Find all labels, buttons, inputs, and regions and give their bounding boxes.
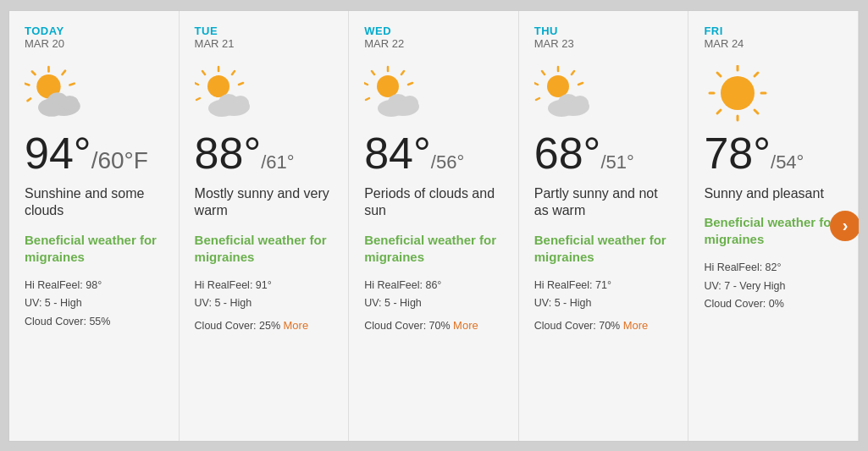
- condition-0: Sunshine and some clouds: [25, 185, 163, 221]
- svg-line-49: [755, 73, 758, 76]
- day-header-2: WED MAR 22: [364, 25, 503, 50]
- day-card-3: THU MAR 23 68°/51° Partly sunny and not …: [519, 11, 689, 441]
- svg-point-56: [721, 76, 755, 110]
- migraine-label-1: Beneficial weather for migraines: [195, 232, 334, 265]
- temp-high-3: 68°/51°: [534, 131, 634, 175]
- migraine-label-4: Beneficial weather for migraines: [704, 214, 843, 247]
- svg-line-41: [534, 83, 538, 85]
- temp-high-0: 94°/60°F: [25, 131, 148, 175]
- svg-line-25: [401, 71, 404, 74]
- temp-row-3: 68°/51°: [534, 131, 673, 177]
- svg-line-30: [366, 98, 369, 100]
- day-card-0: TODAY MAR 20 94°/60°F Sunshine and some …: [9, 11, 180, 441]
- weather-icon-4: [704, 65, 771, 124]
- svg-point-11: [61, 95, 79, 110]
- day-name-2: WED: [364, 25, 503, 37]
- day-header-1: TUE MAR 21: [195, 25, 334, 50]
- details-4: Hi RealFeel: 82° UV: 7 - Very High Cloud…: [704, 259, 843, 313]
- svg-line-2: [69, 83, 74, 85]
- day-date-3: MAR 23: [534, 37, 673, 50]
- weather-icon-2: [364, 65, 432, 124]
- migraine-label-2: Beneficial weather for migraines: [364, 232, 503, 265]
- day-name-3: THU: [534, 25, 673, 37]
- temp-high-1: 88°/61°: [195, 131, 295, 175]
- condition-4: Sunny and pleasant: [704, 185, 843, 203]
- day-header-3: THU MAR 23: [534, 25, 673, 50]
- details-0: Hi RealFeel: 98° UV: 5 - High Cloud Cove…: [25, 277, 163, 331]
- svg-point-31: [377, 75, 399, 97]
- svg-line-29: [364, 83, 368, 85]
- svg-point-43: [547, 75, 569, 97]
- weather-icon-3: [534, 65, 602, 124]
- svg-line-51: [755, 110, 758, 113]
- day-name-0: TODAY: [25, 25, 163, 37]
- day-header-4: FRI MAR 24: [704, 25, 843, 50]
- day-card-1: TUE MAR 21 88°/61° Mostly sunny and very…: [180, 11, 350, 441]
- svg-line-28: [372, 71, 374, 74]
- temp-high-2: 84°/56°: [364, 131, 464, 175]
- svg-line-40: [542, 71, 545, 74]
- day-date-1: MAR 21: [195, 37, 334, 50]
- svg-line-37: [572, 71, 574, 74]
- temp-row-0: 94°/60°F: [25, 131, 163, 177]
- weather-widget: TODAY MAR 20 94°/60°F Sunshine and some …: [8, 10, 860, 442]
- svg-line-38: [578, 83, 583, 85]
- svg-line-4: [32, 71, 36, 74]
- day-name-4: FRI: [704, 25, 843, 37]
- more-link-3[interactable]: More: [623, 316, 649, 335]
- svg-line-5: [25, 83, 29, 85]
- temp-row-4: 78°/54°: [704, 131, 843, 177]
- day-date-4: MAR 24: [704, 37, 843, 50]
- svg-line-18: [196, 98, 200, 100]
- condition-2: Periods of clouds and sun: [364, 185, 503, 221]
- day-card-2: WED MAR 22 84°/56° Periods of clouds and…: [349, 11, 519, 441]
- day-date-0: MAR 20: [25, 37, 163, 50]
- svg-point-47: [572, 96, 589, 111]
- details-2: Hi RealFeel: 86° UV: 5 - High Cloud Cove…: [364, 277, 503, 335]
- svg-line-17: [195, 83, 198, 85]
- day-name-1: TUE: [195, 25, 334, 37]
- next-button[interactable]: ›: [830, 211, 860, 241]
- condition-1: Mostly sunny and very warm: [195, 185, 334, 221]
- svg-line-14: [239, 83, 243, 85]
- temp-row-1: 88°/61°: [195, 131, 334, 177]
- svg-line-26: [408, 83, 412, 85]
- svg-line-13: [232, 71, 235, 74]
- details-3: Hi RealFeel: 71° UV: 5 - High Cloud Cove…: [534, 277, 673, 335]
- more-link-2[interactable]: More: [453, 316, 478, 335]
- svg-point-19: [207, 75, 229, 97]
- temp-high-4: 78°/54°: [704, 131, 804, 175]
- condition-3: Partly sunny and not as warm: [534, 185, 673, 221]
- migraine-label-0: Beneficial weather for migraines: [25, 232, 163, 265]
- svg-line-1: [62, 70, 65, 74]
- weather-icon-0: [25, 65, 92, 124]
- svg-line-53: [717, 110, 721, 113]
- svg-point-23: [232, 96, 249, 111]
- svg-line-55: [717, 73, 721, 76]
- svg-point-35: [401, 96, 418, 111]
- svg-line-42: [536, 98, 539, 100]
- svg-line-6: [28, 98, 31, 101]
- day-date-2: MAR 22: [364, 37, 503, 50]
- day-header-0: TODAY MAR 20: [25, 25, 163, 50]
- weather-icon-1: [195, 65, 263, 124]
- temp-row-2: 84°/56°: [364, 131, 503, 177]
- svg-line-16: [202, 71, 205, 74]
- migraine-label-3: Beneficial weather for migraines: [534, 232, 673, 265]
- more-link-1[interactable]: More: [284, 316, 309, 335]
- details-1: Hi RealFeel: 91° UV: 5 - High Cloud Cove…: [195, 277, 334, 335]
